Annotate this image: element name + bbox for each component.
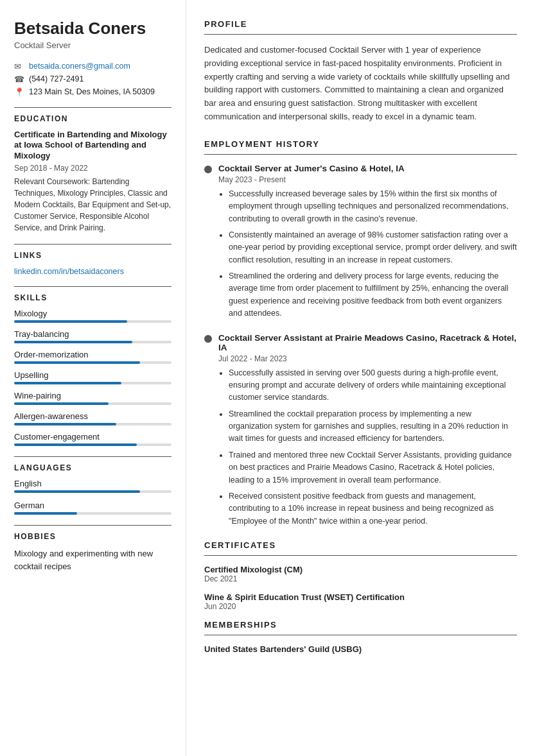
skill-bar-background	[14, 320, 171, 323]
skill-bar-fill	[14, 443, 137, 446]
certificate-name: Wine & Spirit Education Trust (WSET) Cer…	[204, 592, 517, 602]
skill-bar-fill	[14, 402, 109, 405]
job-date: May 2023 - Present	[218, 175, 517, 184]
certificate-name: Certified Mixologist (CM)	[204, 565, 517, 574]
language-bar-fill	[14, 512, 77, 515]
education-divider	[14, 107, 171, 108]
skill-bar-background	[14, 341, 171, 343]
certificate-entry: Certified Mixologist (CM) Dec 2021	[204, 565, 517, 583]
hobbies-divider	[14, 525, 171, 526]
links-divider	[14, 244, 171, 245]
skill-item: Allergen-awareness	[14, 411, 171, 425]
job-title: Cocktail Server at Jumer's Casino & Hote…	[218, 164, 405, 173]
job-bullets: Successfully increased beverage sales by…	[218, 188, 517, 320]
language-label: German	[14, 501, 171, 510]
languages-list: English German	[14, 479, 171, 515]
skills-section-title: Skills	[14, 293, 171, 302]
skill-item: Tray-balancing	[14, 329, 171, 343]
employment-divider	[204, 154, 517, 155]
location-icon: 📍	[14, 87, 24, 97]
skill-label: Mixology	[14, 309, 171, 318]
phone-icon: ☎	[14, 74, 24, 84]
employment-section-title: Employment History	[204, 139, 517, 149]
hobbies-text: Mixology and experimenting with new cock…	[14, 547, 171, 572]
hobbies-section-title: Hobbies	[14, 532, 171, 541]
skill-bar-background	[14, 382, 171, 384]
profile-text: Dedicated and customer-focused Cocktail …	[204, 44, 517, 124]
bullet-item: Trained and mentored three new Cocktail …	[229, 449, 517, 486]
skill-item: Order-memorization	[14, 350, 171, 364]
memberships-divider	[204, 635, 517, 635]
job-title: Cocktail Server Assistant at Prairie Mea…	[218, 333, 517, 352]
job-date: Jul 2022 - Mar 2023	[218, 354, 517, 363]
skill-label: Tray-balancing	[14, 329, 171, 339]
job-bullets: Successfully assisted in serving over 50…	[218, 367, 517, 528]
education-date: Sep 2018 - May 2022	[14, 164, 171, 173]
bullet-item: Successfully assisted in serving over 50…	[229, 367, 517, 404]
email-contact: ✉ betsaida.coners@gmail.com	[14, 62, 171, 71]
skill-bar-fill	[14, 320, 127, 323]
candidate-title: Cocktail Server	[14, 40, 171, 50]
employment-dot	[204, 335, 212, 343]
address-contact: 📍 123 Main St, Des Moines, IA 50309	[14, 87, 171, 97]
employment-header: Cocktail Server Assistant at Prairie Mea…	[204, 333, 517, 352]
skill-bar-background	[14, 423, 171, 425]
profile-section-title: Profile	[204, 19, 517, 29]
skill-bar-background	[14, 361, 171, 364]
languages-section-title: Languages	[14, 463, 171, 472]
profile-divider	[204, 34, 517, 35]
phone-contact: ☎ (544) 727-2491	[14, 74, 171, 84]
certificate-entry: Wine & Spirit Education Trust (WSET) Cer…	[204, 592, 517, 611]
membership-name: United States Bartenders' Guild (USBG)	[204, 644, 517, 654]
skills-list: Mixology Tray-balancing Order-memorizati…	[14, 309, 171, 446]
employment-entry: Cocktail Server Assistant at Prairie Mea…	[204, 333, 517, 528]
skill-bar-fill	[14, 382, 121, 384]
sidebar: Betsaida Coners Cocktail Server ✉ betsai…	[0, 0, 186, 756]
skill-bar-background	[14, 402, 171, 405]
certificate-date: Dec 2021	[204, 574, 517, 583]
language-bar-fill	[14, 490, 140, 493]
skill-bar-fill	[14, 341, 132, 343]
certificate-date: Jun 2020	[204, 602, 517, 611]
skill-item: Customer-engagement	[14, 432, 171, 446]
bullet-item: Consistently maintained an average of 98…	[229, 229, 517, 266]
skills-divider	[14, 286, 171, 287]
language-item: English	[14, 479, 171, 493]
certificates-section-title: Certificates	[204, 540, 517, 550]
bullet-item: Streamlined the cocktail preparation pro…	[229, 408, 517, 445]
main-content: Profile Dedicated and customer-focused C…	[186, 0, 535, 756]
skill-label: Upselling	[14, 370, 171, 380]
memberships-section-title: Memberships	[204, 620, 517, 630]
certificates-divider	[204, 555, 517, 556]
skill-item: Upselling	[14, 370, 171, 384]
skill-item: Wine-pairing	[14, 391, 171, 405]
education-degree: Certificate in Bartending and Mixology a…	[14, 130, 171, 162]
membership-entry: United States Bartenders' Guild (USBG)	[204, 644, 517, 654]
candidate-name: Betsaida Coners	[14, 19, 171, 38]
email-link[interactable]: betsaida.coners@gmail.com	[29, 62, 130, 71]
bullet-item: Streamlined the ordering and delivery pr…	[229, 270, 517, 320]
languages-divider	[14, 456, 171, 457]
employment-header: Cocktail Server at Jumer's Casino & Hote…	[204, 164, 517, 173]
skill-label: Order-memorization	[14, 350, 171, 359]
links-section-title: Links	[14, 251, 171, 260]
skill-label: Allergen-awareness	[14, 411, 171, 421]
skill-label: Customer-engagement	[14, 432, 171, 442]
employment-list: Cocktail Server at Jumer's Casino & Hote…	[204, 164, 517, 528]
language-bar-background	[14, 512, 171, 515]
education-section-title: Education	[14, 114, 171, 123]
language-item: German	[14, 501, 171, 515]
skill-bar-fill	[14, 423, 116, 425]
bullet-item: Received consistent positive feedback fr…	[229, 490, 517, 528]
language-label: English	[14, 479, 171, 488]
skill-item: Mixology	[14, 309, 171, 323]
certificates-list: Certified Mixologist (CM) Dec 2021 Wine …	[204, 565, 517, 611]
language-bar-background	[14, 490, 171, 493]
skill-label: Wine-pairing	[14, 391, 171, 400]
employment-dot	[204, 166, 212, 173]
address-text: 123 Main St, Des Moines, IA 50309	[29, 87, 155, 96]
employment-entry: Cocktail Server at Jumer's Casino & Hote…	[204, 164, 517, 320]
skill-bar-fill	[14, 361, 140, 364]
education-description: Relevant Coursework: Bartending Techniqu…	[14, 176, 171, 234]
linkedin-link[interactable]: linkedin.com/in/betsaidaconers	[14, 267, 124, 276]
